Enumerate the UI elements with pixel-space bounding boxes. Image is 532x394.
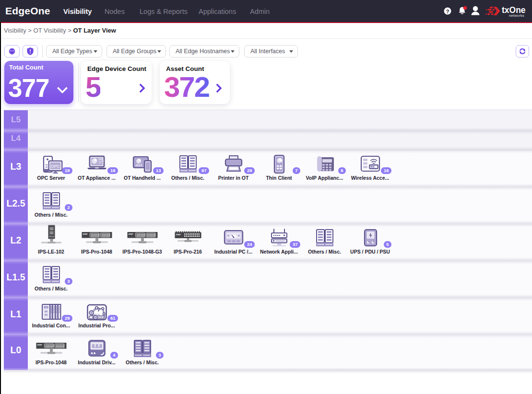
svg-text:?: ?: [446, 9, 449, 14]
svg-text:networks: networks: [509, 14, 524, 17]
